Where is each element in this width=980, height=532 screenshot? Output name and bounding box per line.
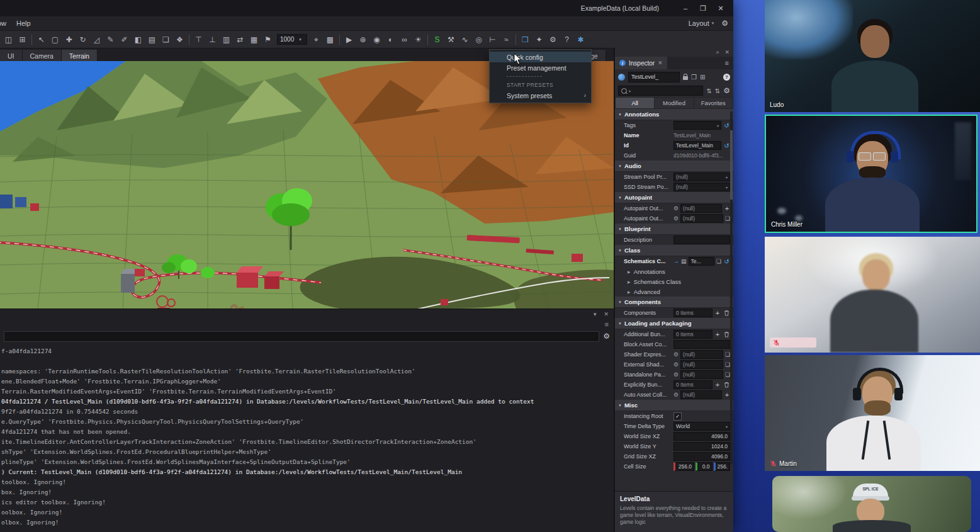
close-button[interactable]: ✕ bbox=[712, 0, 729, 16]
paint-icon[interactable]: ✐ bbox=[120, 36, 129, 43]
instancing-root-checkbox[interactable]: ✓ bbox=[673, 412, 682, 421]
filter-gear-icon[interactable]: ⚙ bbox=[723, 86, 730, 95]
description-field[interactable] bbox=[673, 235, 730, 244]
trash-icon[interactable] bbox=[723, 310, 730, 316]
world-size-xz-field[interactable]: 4096.0 bbox=[673, 432, 730, 441]
lock-icon[interactable] bbox=[683, 76, 688, 80]
console-collapse-icon[interactable]: ▾ bbox=[594, 311, 597, 317]
menu-item-quick-config[interactable]: Quick config bbox=[490, 52, 591, 62]
move-icon[interactable]: ✚ bbox=[64, 36, 74, 43]
restore-button[interactable]: ❐ bbox=[694, 0, 712, 16]
globe-icon[interactable]: ⊕ bbox=[358, 36, 368, 43]
grid-size-xz-field[interactable]: 4096.0 bbox=[673, 452, 730, 461]
help-icon[interactable]: ? bbox=[723, 74, 730, 81]
console-close-icon[interactable]: ✕ bbox=[604, 311, 609, 317]
reset-icon[interactable]: ↺ bbox=[723, 122, 730, 129]
menu-item-system-presets[interactable]: System presets › bbox=[490, 90, 591, 101]
section-audio[interactable]: ▼ Audio bbox=[615, 161, 733, 172]
autoasset-ref-field[interactable]: (null) bbox=[680, 390, 722, 399]
filter-tab-modified[interactable]: Modified bbox=[655, 98, 693, 108]
tab-inspector[interactable]: i Inspector ✕ bbox=[615, 57, 667, 69]
autopaint-ref-field[interactable]: (null) bbox=[680, 214, 723, 223]
pen-icon[interactable]: ✎ bbox=[106, 36, 115, 43]
zoom-level-combo[interactable]: 1000▾ bbox=[277, 34, 307, 45]
plugin-icon[interactable]: ❒ bbox=[521, 36, 530, 43]
search-input[interactable]: ▾ bbox=[618, 86, 703, 96]
clone-stamp-icon[interactable]: ❏ bbox=[161, 36, 171, 43]
inspector-menu-icon[interactable]: ≡ bbox=[721, 59, 733, 67]
video-tile-martin[interactable]: Martin bbox=[765, 355, 980, 471]
inspector-scrollbar[interactable] bbox=[730, 111, 733, 464]
settings-gear-icon[interactable]: ⚙ bbox=[721, 19, 728, 28]
box-select-icon[interactable]: ▢ bbox=[50, 36, 60, 43]
tags-dropdown[interactable]: ▾ bbox=[673, 121, 721, 130]
video-tile-participant-3[interactable] bbox=[765, 237, 980, 353]
hammer-icon[interactable]: ⚒ bbox=[446, 36, 456, 43]
menu-item-window[interactable]: ow bbox=[0, 20, 6, 27]
add-icon[interactable]: + bbox=[724, 205, 730, 212]
world-size-y-field[interactable]: 1024.0 bbox=[673, 442, 730, 451]
trash-icon[interactable] bbox=[723, 331, 730, 337]
section-autopaint[interactable]: ▼ Autopaint bbox=[615, 192, 733, 203]
burst-icon[interactable]: ✱ bbox=[576, 36, 585, 43]
rotate-icon[interactable]: ↻ bbox=[78, 36, 87, 43]
standalone-ref-field[interactable]: (null) bbox=[680, 370, 723, 379]
block-asset-field[interactable] bbox=[673, 340, 730, 349]
folder-icon[interactable]: ❏ bbox=[725, 351, 730, 358]
layer-blend-icon[interactable]: ◧ bbox=[133, 36, 143, 43]
grid-snap-icon[interactable]: ⊞ bbox=[18, 36, 27, 43]
tab-terrain[interactable]: Terrain bbox=[62, 50, 98, 62]
layout-menu[interactable]: Layout ▾ bbox=[689, 20, 714, 27]
film-grid-icon[interactable]: ▩ bbox=[325, 36, 335, 43]
expander-row[interactable]: ▶ Annotations bbox=[615, 266, 733, 276]
reset-icon[interactable]: ↺ bbox=[723, 142, 730, 149]
viewport-layout-icon[interactable]: ◫ bbox=[4, 36, 13, 43]
console-settings-icon[interactable]: ⚙ bbox=[603, 332, 610, 341]
panel-close-icon[interactable]: ✕ bbox=[724, 49, 729, 55]
cell-size-y-field[interactable]: 0.0 bbox=[696, 462, 712, 471]
expander-row[interactable]: ▶ Schematics Class bbox=[615, 276, 733, 286]
video-tile-participant-5[interactable]: SPL ICE bbox=[772, 476, 971, 532]
menu-item-help[interactable]: Help bbox=[16, 20, 31, 27]
table-icon[interactable]: ▦ bbox=[249, 36, 259, 43]
folder-icon[interactable]: ❏ bbox=[725, 215, 730, 222]
sun-icon[interactable]: ☀ bbox=[414, 36, 423, 43]
tab-ui[interactable]: UI bbox=[0, 50, 23, 62]
align-bottom-icon[interactable]: ⊥ bbox=[208, 36, 217, 43]
link-icon[interactable]: ∞ bbox=[400, 36, 409, 43]
eye-icon[interactable]: ◉ bbox=[372, 36, 381, 43]
mirror-icon[interactable]: ⇄ bbox=[235, 36, 245, 43]
panel-expand-icon[interactable]: » bbox=[716, 49, 719, 55]
sort-ascending-icon[interactable]: ⇅ bbox=[706, 88, 711, 94]
time-delta-dropdown[interactable]: World▾ bbox=[673, 422, 730, 431]
target-icon[interactable]: ⌖ bbox=[312, 36, 321, 43]
shader-ref-field[interactable]: (null) bbox=[680, 350, 723, 359]
select-icon[interactable]: ↖ bbox=[37, 36, 46, 43]
folder-icon[interactable]: ❏ bbox=[725, 371, 730, 378]
video-tile-ludo[interactable]: Ludo bbox=[765, 0, 980, 112]
reset-icon[interactable]: ↺ bbox=[723, 258, 730, 265]
id-field[interactable]: TestLevel_Main bbox=[673, 141, 721, 150]
section-blueprint[interactable]: ▼ Blueprint bbox=[615, 224, 733, 235]
color-palette-icon[interactable]: ❖ bbox=[175, 36, 184, 43]
filter-tab-all[interactable]: All bbox=[616, 98, 654, 108]
schematics-ref-field[interactable]: Te... bbox=[689, 257, 714, 266]
console-filter-input[interactable] bbox=[4, 331, 599, 342]
align-top-icon[interactable]: ⊤ bbox=[194, 36, 203, 43]
help-icon[interactable]: ? bbox=[562, 36, 572, 43]
add-icon[interactable]: + bbox=[714, 382, 721, 388]
filter-tab-favorites[interactable]: Favorites bbox=[694, 98, 733, 108]
ssd-stream-dropdown[interactable]: (null)▾ bbox=[673, 183, 730, 191]
expander-row[interactable]: ▶ Advanced bbox=[615, 286, 733, 297]
curve-icon[interactable]: ≈ bbox=[502, 36, 511, 43]
autopaint-ref-field[interactable]: (null) bbox=[680, 204, 722, 213]
section-misc[interactable]: ▼ Misc bbox=[615, 400, 733, 411]
stream-pool-dropdown[interactable]: (null)▾ bbox=[673, 173, 730, 181]
sparkle-icon[interactable]: ✦ bbox=[534, 36, 544, 43]
video-tile-chris-active-speaker[interactable]: Chris Miller bbox=[765, 115, 977, 233]
section-class[interactable]: ▼ Class bbox=[615, 245, 733, 256]
asset-name-field[interactable]: TestLevel_ bbox=[628, 72, 680, 82]
section-annotations[interactable]: ▼ Annotations bbox=[615, 109, 733, 120]
trash-icon[interactable] bbox=[723, 382, 730, 388]
add-icon[interactable]: + bbox=[724, 392, 730, 399]
